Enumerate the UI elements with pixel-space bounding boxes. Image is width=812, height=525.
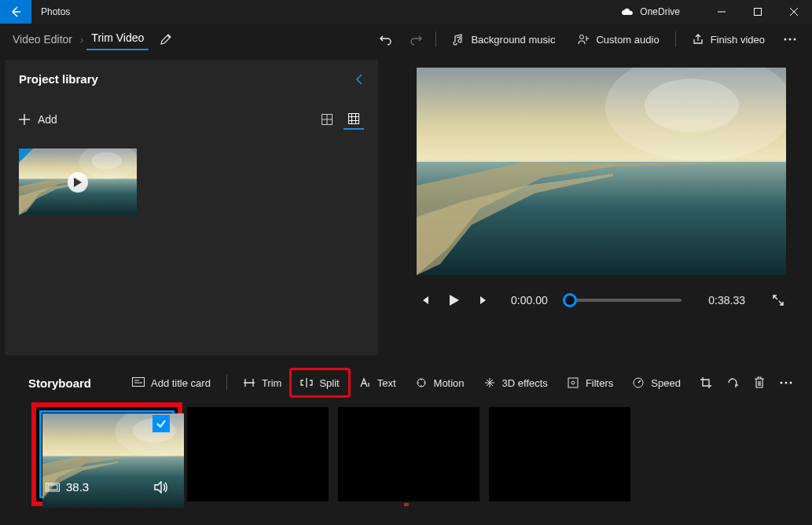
video-preview[interactable]	[417, 68, 786, 275]
undo-button[interactable]	[371, 24, 401, 55]
storyboard-more-button[interactable]	[773, 369, 799, 396]
play-button[interactable]	[446, 295, 462, 306]
close-button[interactable]	[776, 0, 812, 24]
grid-large-icon	[321, 114, 333, 125]
library-clip[interactable]	[19, 149, 137, 215]
split-button[interactable]: Split	[291, 369, 348, 396]
svg-rect-13	[133, 378, 145, 387]
storyboard-clips: 38.3	[13, 401, 799, 501]
play-overlay-icon	[68, 172, 88, 193]
library-title: Project library	[19, 72, 98, 86]
volume-icon	[154, 481, 168, 494]
motion-icon	[415, 376, 428, 389]
rotate-icon	[726, 376, 739, 389]
finish-video-button[interactable]: Finish video	[681, 24, 776, 55]
svg-rect-15	[568, 378, 578, 387]
selected-check-icon	[152, 415, 170, 432]
svg-rect-22	[48, 485, 57, 490]
preview-panel: 0:00.00 0:38.33	[378, 55, 812, 360]
text-icon	[358, 377, 371, 388]
seek-slider[interactable]	[570, 299, 682, 302]
speed-icon	[632, 376, 645, 389]
maximize-button[interactable]	[740, 0, 776, 24]
speed-button[interactable]: Speed	[623, 369, 690, 396]
app-title: Photos	[31, 6, 70, 17]
next-frame-button[interactable]	[476, 295, 492, 306]
delete-button[interactable]	[746, 369, 773, 396]
crop-button[interactable]	[693, 369, 719, 396]
ellipsis-icon	[780, 381, 792, 384]
storyboard-clip-empty[interactable]	[187, 407, 329, 501]
rename-button[interactable]	[160, 33, 172, 46]
svg-point-9	[789, 39, 792, 41]
clip-duration: 38.3	[46, 480, 89, 494]
split-icon	[300, 377, 313, 388]
total-time: 0:38.33	[708, 294, 745, 307]
breadcrumb-root[interactable]: Video Editor	[8, 30, 77, 49]
scroll-indicator	[404, 503, 409, 506]
filters-button[interactable]: Filters	[557, 369, 623, 396]
chevron-left-icon	[355, 73, 364, 86]
storyboard-title: Storyboard	[28, 376, 91, 390]
motion-button[interactable]: Motion	[406, 369, 474, 396]
audio-person-icon	[577, 33, 590, 46]
prev-frame-button[interactable]	[417, 295, 432, 306]
rotate-button[interactable]	[719, 369, 746, 396]
music-icon	[452, 33, 465, 46]
redo-button[interactable]	[401, 24, 431, 55]
svg-point-20	[790, 382, 792, 384]
custom-audio-button[interactable]: Custom audio	[566, 24, 670, 55]
more-button[interactable]	[776, 24, 804, 55]
grid-small-icon	[348, 113, 359, 124]
plus-icon	[19, 114, 30, 125]
storyboard-clip-empty[interactable]	[489, 407, 630, 501]
sparkle-icon	[483, 376, 496, 389]
svg-point-8	[784, 39, 787, 41]
text-button[interactable]: Text	[349, 369, 406, 396]
storyboard-toolbar: Storyboard Add title card Trim Split Tex…	[13, 365, 799, 401]
collapse-library-button[interactable]	[355, 73, 364, 86]
pencil-icon	[160, 33, 172, 46]
cloud-icon	[621, 8, 634, 16]
svg-point-16	[571, 381, 575, 384]
chevron-right-icon: ›	[77, 34, 86, 46]
svg-point-19	[785, 382, 788, 384]
onedrive-status[interactable]: OneDrive	[597, 6, 704, 17]
export-icon	[692, 33, 704, 46]
background-music-button[interactable]: Background music	[441, 24, 566, 55]
arrow-left-icon	[9, 6, 22, 18]
storyboard-clip-selected[interactable]: 38.3	[36, 407, 178, 501]
project-library-panel: Project library Add	[5, 60, 378, 355]
view-small-button[interactable]	[344, 109, 364, 130]
svg-point-18	[781, 382, 783, 384]
add-media-button[interactable]: Add	[19, 113, 57, 126]
editor-toolbar: Video Editor › Trim Video Background mus…	[0, 24, 812, 55]
redo-icon	[409, 32, 423, 46]
svg-rect-6	[755, 9, 762, 16]
current-time: 0:00.00	[511, 294, 548, 307]
storyboard-clip-empty[interactable]	[338, 407, 479, 501]
back-button[interactable]	[0, 0, 31, 24]
seek-knob[interactable]	[563, 293, 577, 307]
svg-point-10	[794, 39, 796, 41]
svg-point-7	[580, 35, 584, 39]
fullscreen-icon	[772, 294, 784, 307]
ellipsis-icon	[784, 38, 796, 41]
minimize-button[interactable]	[704, 0, 740, 24]
trim-icon	[243, 377, 255, 388]
3d-effects-button[interactable]: 3D effects	[474, 369, 557, 396]
svg-rect-12	[349, 114, 359, 124]
title-card-icon	[132, 377, 145, 388]
breadcrumb-project[interactable]: Trim Video	[86, 28, 149, 50]
trash-icon	[754, 376, 765, 389]
title-bar: Photos OneDrive	[0, 0, 812, 24]
trim-button[interactable]: Trim	[233, 369, 292, 396]
undo-icon	[379, 32, 393, 46]
player-controls: 0:00.00 0:38.33	[417, 294, 786, 307]
filters-icon	[567, 376, 579, 389]
fullscreen-button[interactable]	[770, 294, 786, 307]
clip-volume-button[interactable]	[154, 481, 168, 494]
view-large-button[interactable]	[317, 109, 337, 130]
add-title-card-button[interactable]: Add title card	[123, 369, 220, 396]
video-badge-icon	[19, 149, 33, 163]
